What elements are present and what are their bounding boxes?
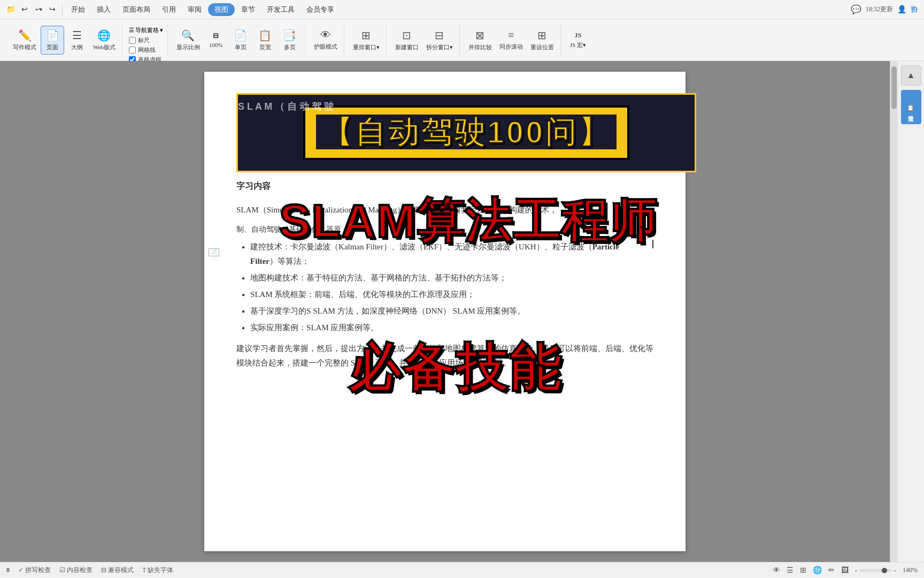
zoom-group: 🔍 显示比例 ⊟ 100% 📄 单页 📋 页宽 📑 多页 [170, 24, 305, 56]
menu-start[interactable]: 开始 [66, 3, 90, 17]
zoom-minus-btn[interactable]: - [855, 566, 858, 575]
zoom-plus-btn[interactable]: - [894, 566, 896, 575]
document-page: S L A M （ 自 动 驾 驶 【自动驾驶100问】 字习内容 SLAM（S… [204, 72, 686, 551]
redo-icon[interactable]: ↪ [46, 3, 59, 16]
write-mode-btn[interactable]: ✏️ 写作模式 [10, 26, 40, 55]
doc-conclusion: 建议学习者首先掌握，然后，提出方法，并完成一些定位和地图构建算法的仿真实验。最后… [236, 341, 653, 370]
content-check-icon: ☑ [59, 566, 65, 574]
user-icon[interactable]: 👤 [897, 5, 906, 14]
zoom-icon: 🔍 [181, 29, 195, 42]
menu-page-layout[interactable]: 页面布局 [117, 3, 156, 17]
statusbar-right: 👁 ☰ ⊞ 🌐 ✏ 🖼 - - 140% [773, 566, 918, 575]
bullet-item-2: 地图构建技术：基于特征的方法、基于网格的方法、基于拓扑的方法等； [236, 271, 653, 285]
content-check-indicator[interactable]: ☑ 内容检查 [59, 566, 93, 575]
zoom-slider[interactable] [859, 569, 891, 572]
layout-icon[interactable]: ⊞ [800, 566, 806, 575]
main-area: S L A M （ 自 动 驾 驶 【自动驾驶100问】 字习内容 SLAM（S… [0, 61, 924, 562]
document-scroll-area[interactable]: S L A M （ 自 动 驾 驶 【自动驾驶100问】 字习内容 SLAM（S… [0, 61, 897, 562]
page-edge-indicator: 📄 · [209, 248, 219, 262]
pen-icon[interactable]: ✏ [828, 566, 835, 575]
reorder-window-btn[interactable]: ⊞ 重排窗口▾ [350, 26, 383, 55]
nav-pane-btn[interactable]: ☰ 导航窗格 ▾ [129, 26, 163, 34]
view-mode-group: ✏️ 写作模式 📄 页面 ☰ 大纲 🌐 Web版式 [6, 24, 122, 56]
menu-insert[interactable]: 插入 [91, 3, 116, 17]
banner-title-wrapper: 【自动驾驶100问】 [303, 105, 630, 160]
multi-page-btn[interactable]: 📑 多页 [278, 26, 302, 55]
single-page-icon: 📄 [234, 29, 247, 42]
js-macro-btn[interactable]: JS JS 宏▾ [566, 26, 590, 55]
nav-icon: ☰ [129, 27, 134, 34]
globe-icon[interactable]: 🌐 [813, 566, 822, 575]
sync-scroll-btn[interactable]: ≡ 同步滚动 [496, 26, 526, 55]
collaborate-label: 协 [911, 5, 918, 14]
reset-icon: ⊞ [537, 29, 546, 42]
banner-bg-text: S L A M （ 自 动 驾 驶 [238, 100, 334, 113]
bullet-item-5: 实际应用案例：SLAM 应用案例等。 [236, 321, 653, 335]
zoom-thumb [882, 568, 887, 573]
doc-intro-1: SLAM（Simultaneous Localization and Mappi… [236, 203, 653, 217]
image-icon[interactable]: 🖼 [841, 566, 849, 575]
compat-mode-indicator[interactable]: ⊟ 兼容模式 [101, 566, 134, 575]
zoom-btn[interactable]: 🔍 显示比例 [173, 26, 203, 55]
page-icon: 📄 [46, 29, 59, 42]
undo-icon[interactable]: ↩ [18, 3, 31, 16]
compare-group: ⊠ 并排比较 ≡ 同步滚动 ⊞ 重设位置 [462, 24, 561, 56]
menu-chapter[interactable]: 章节 [236, 3, 260, 17]
page-mode-btn[interactable]: 📄 页面 [41, 26, 64, 55]
single-page-btn[interactable]: 📄 单页 [229, 26, 252, 55]
multi-page-icon: 📑 [283, 29, 296, 42]
document-banner: S L A M （ 自 动 驾 驶 【自动驾驶100问】 [236, 93, 696, 172]
reading-mode-btn[interactable]: 👁 护眼模式 [311, 26, 341, 55]
vertical-scrollbar[interactable] [890, 61, 897, 562]
font-missing-indicator[interactable]: T 缺失字体 [142, 566, 173, 575]
text-cursor-inline [652, 240, 653, 248]
new-split-group: ⊡ 新建窗口 ⊟ 拆分窗口▾ [389, 24, 460, 56]
bullet-item-4: 基于深度学习的S SLAM 方法，如深度神经网络（DNN） SLAM 应用案例等… [236, 304, 653, 318]
page-width-icon: 📋 [258, 29, 272, 42]
page-number: 8 [6, 566, 10, 574]
menu-review[interactable]: 审阅 [182, 3, 207, 17]
doc-check-icon: 📋 [907, 104, 914, 111]
web-mode-btn[interactable]: 🌐 Web版式 [90, 26, 119, 55]
split-window-btn[interactable]: ⊟ 拆分窗口▾ [423, 26, 456, 55]
outline-icon: ☰ [72, 29, 82, 42]
zoom-100-icon: ⊟ [213, 32, 219, 40]
doc-check-btn[interactable]: 📋 论文查重 [901, 90, 921, 124]
page-width-btn[interactable]: 📋 页宽 [253, 26, 277, 55]
toolbar: ✏️ 写作模式 📄 页面 ☰ 大纲 🌐 Web版式 ☰ 导航窗格 ▾ 标尺 网格… [0, 19, 924, 61]
macro-group: JS JS 宏▾ [563, 24, 593, 56]
js-icon: JS [574, 31, 582, 40]
sync-icon: ≡ [508, 29, 514, 41]
bullet-list: 建控技术：卡尔曼滤波（Kalman Filter）、滤波（EKF）、无迹卡尔曼滤… [236, 240, 653, 335]
view-icon[interactable]: 👁 [773, 566, 780, 575]
ruler-checkbox[interactable]: 标尺 [129, 36, 150, 45]
new-window-btn[interactable]: ⊡ 新建窗口 [392, 26, 422, 55]
menu-reference[interactable]: 引用 [157, 3, 181, 17]
zoom-control: - - 140% [855, 566, 918, 575]
side-compare-btn[interactable]: ⊠ 并排比较 [465, 26, 495, 55]
reset-position-btn[interactable]: ⊞ 重设位置 [527, 26, 557, 55]
web-icon: 🌐 [97, 29, 111, 42]
statusbar: 8 ✓ 拼写检查 ☑ 内容检查 ⊟ 兼容模式 T 缺失字体 👁 ☰ ⊞ 🌐 ✏ … [0, 562, 924, 578]
spellcheck-indicator[interactable]: ✓ 拼写检查 [18, 566, 51, 575]
outline-mode-btn[interactable]: ☰ 大纲 [65, 26, 89, 55]
top-menubar: 📁 ↩ ↩▾ ↪ 开始 插入 页面布局 引用 审阅 视图 章节 开发工具 会员专… [0, 0, 924, 19]
gridline-checkbox[interactable]: 网格线 [129, 45, 156, 55]
right-panel: ▲ 📋 论文查重 [897, 61, 924, 562]
menu-view[interactable]: 视图 [208, 3, 235, 16]
scroll-up-btn[interactable]: ▲ [901, 65, 921, 86]
list-icon[interactable]: ☰ [787, 566, 794, 575]
menu-vip[interactable]: 会员专享 [301, 3, 340, 17]
compare-icon: ⊠ [475, 29, 484, 42]
time-display: 18:32更新 [866, 5, 893, 14]
reading-group: 👁 护眼模式 [307, 24, 344, 56]
zoom-100-btn[interactable]: ⊟ 100% [204, 26, 228, 55]
file-icon[interactable]: 📁 [4, 3, 17, 16]
scrollbar-thumb[interactable] [891, 66, 897, 109]
doc-intro-2: 制、自动驾驶、基础、代、器原 [236, 224, 653, 235]
undo-more-icon[interactable]: ↩▾ [32, 3, 45, 16]
reorder-icon: ⊞ [361, 29, 371, 42]
menu-devtools[interactable]: 开发工具 [261, 3, 300, 17]
font-icon: T [142, 566, 146, 574]
nav-dropdown-icon: ▾ [160, 27, 163, 34]
